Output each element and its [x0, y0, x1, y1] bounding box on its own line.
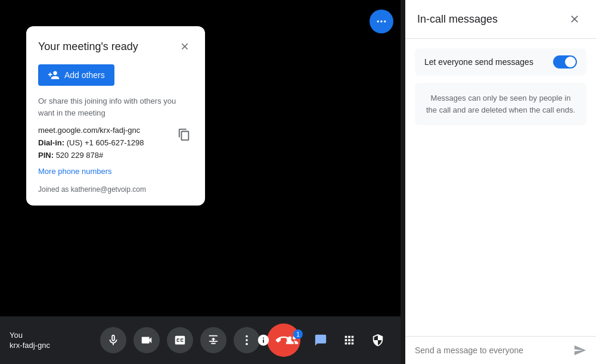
- svg-point-3: [246, 335, 248, 338]
- security-button[interactable]: [365, 327, 391, 353]
- captions-button[interactable]: [167, 327, 193, 353]
- microphone-button[interactable]: [100, 327, 126, 353]
- bottom-left: You krx-fadj-gnc: [10, 331, 50, 350]
- activities-button[interactable]: [336, 327, 362, 353]
- meeting-popup: Your meeting's ready Add others Or share…: [26, 26, 205, 206]
- meeting-info-text: meet.google.com/krx-fadj-gnc Dial-in: (U…: [38, 126, 144, 162]
- panel-header: In-call messages: [405, 0, 596, 39]
- panel-title: In-call messages: [417, 13, 498, 26]
- svg-point-5: [246, 343, 248, 346]
- chat-button[interactable]: [308, 327, 334, 353]
- svg-point-0: [377, 20, 379, 22]
- info-box-text: Messages can only be seen by people in t…: [426, 94, 575, 114]
- svg-point-2: [384, 20, 386, 22]
- people-badge: 1: [293, 329, 303, 339]
- panel-content: Let everyone send messages Messages can …: [405, 39, 596, 336]
- info-box: Messages can only be seen by people in t…: [415, 83, 586, 125]
- people-button[interactable]: 1: [279, 327, 305, 353]
- popup-close-button[interactable]: [176, 38, 193, 55]
- present-button[interactable]: [200, 327, 226, 353]
- toggle-label: Let everyone send messages: [424, 57, 533, 67]
- message-input[interactable]: [415, 346, 569, 355]
- right-controls: 1: [250, 327, 391, 353]
- panel-close-button[interactable]: [565, 10, 584, 29]
- toggle-switch[interactable]: [553, 55, 577, 69]
- joined-as-text: Joined as katherine@getvoip.com: [38, 185, 193, 194]
- share-text: Or share this joining info with others y…: [38, 95, 193, 119]
- in-call-messages-panel: In-call messages Let everyone send messa…: [405, 0, 596, 364]
- send-button[interactable]: [573, 344, 586, 357]
- popup-title: Your meeting's ready: [38, 41, 138, 53]
- more-options-button[interactable]: [370, 10, 393, 33]
- toggle-row: Let everyone send messages: [415, 48, 586, 76]
- you-label: You: [10, 331, 50, 340]
- popup-header: Your meeting's ready: [38, 38, 193, 55]
- copy-info-button[interactable]: [175, 126, 193, 147]
- add-others-button[interactable]: Add others: [38, 64, 114, 86]
- panel-footer: [405, 336, 596, 364]
- meeting-info-row: meet.google.com/krx-fadj-gnc Dial-in: (U…: [38, 126, 193, 162]
- meeting-info-button[interactable]: [250, 327, 277, 353]
- camera-button[interactable]: [134, 327, 160, 353]
- svg-point-4: [246, 339, 248, 341]
- meeting-id-label: krx-fadj-gnc: [10, 341, 50, 350]
- more-numbers-link[interactable]: More phone numbers: [38, 167, 193, 176]
- bottom-bar: You krx-fadj-gnc: [0, 316, 401, 364]
- dial-info: Dial-in: (US) +1 605-627-1298 PIN: 520 2…: [38, 137, 144, 162]
- svg-point-1: [380, 20, 382, 22]
- meeting-link: meet.google.com/krx-fadj-gnc: [38, 126, 144, 135]
